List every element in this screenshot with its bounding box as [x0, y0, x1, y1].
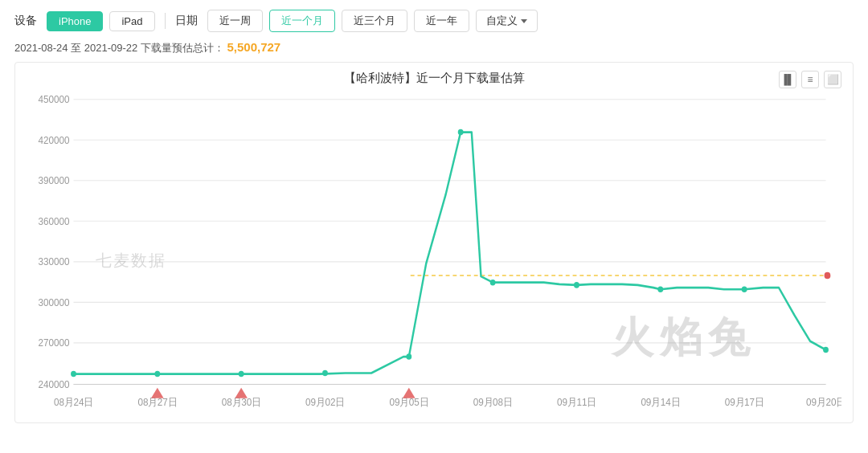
svg-point-30 [154, 371, 160, 378]
svg-point-32 [322, 370, 328, 377]
svg-point-37 [657, 286, 663, 292]
date-label: 日期 [175, 14, 198, 28]
svg-text:09月14日: 09月14日 [641, 397, 680, 409]
svg-text:420000: 420000 [39, 134, 70, 146]
svg-text:390000: 390000 [39, 175, 70, 187]
svg-point-35 [490, 280, 496, 286]
svg-text:08月30日: 08月30日 [222, 397, 261, 409]
stats-range-text: 2021-08-24 至 2021-09-22 下载量预估总计： [14, 42, 224, 54]
year-button[interactable]: 近一年 [414, 10, 469, 32]
custom-button[interactable]: 自定义 [476, 10, 538, 32]
svg-text:09月08日: 09月08日 [473, 397, 513, 409]
device-label: 设备 [14, 14, 37, 28]
filter-row: 设备 iPhone iPad 日期 近一周 近一个月 近三个月 近一年 自定义 [14, 10, 854, 32]
month-button[interactable]: 近一个月 [269, 10, 335, 32]
svg-text:270000: 270000 [39, 337, 70, 349]
image-icon[interactable]: ⬜ [824, 71, 841, 88]
chart-controls: ▐▌ ≡ ⬜ [779, 71, 841, 88]
stats-total: 5,500,727 [227, 40, 280, 54]
bar-chart-icon[interactable]: ▐▌ [779, 71, 796, 88]
svg-point-29 [71, 371, 76, 378]
iphone-button[interactable]: iPhone [47, 11, 103, 31]
svg-point-39 [823, 347, 829, 353]
svg-point-38 [742, 286, 747, 292]
svg-text:450000: 450000 [39, 94, 70, 106]
chart-area: 【哈利波特】近一个月下载量估算 ▐▌ ≡ ⬜ 七麦数据 火焰兔 [14, 62, 854, 423]
svg-point-33 [406, 353, 411, 360]
svg-point-34 [458, 129, 464, 136]
ipad-button[interactable]: iPad [109, 11, 154, 31]
svg-text:09月02日: 09月02日 [305, 397, 345, 409]
svg-text:330000: 330000 [39, 256, 70, 268]
svg-marker-41 [235, 388, 248, 398]
list-icon[interactable]: ≡ [801, 71, 819, 88]
chevron-down-icon [521, 19, 527, 23]
svg-marker-40 [151, 388, 164, 398]
svg-text:360000: 360000 [39, 215, 70, 227]
svg-text:300000: 300000 [39, 296, 70, 308]
week-button[interactable]: 近一周 [207, 10, 263, 32]
svg-point-28 [825, 272, 831, 280]
svg-rect-0 [74, 100, 826, 385]
divider [165, 13, 166, 29]
svg-text:09月17日: 09月17日 [725, 397, 764, 409]
line-chart: 450000 420000 390000 360000 330000 30000… [27, 91, 841, 436]
svg-marker-42 [403, 388, 416, 398]
svg-point-36 [574, 282, 579, 288]
svg-text:240000: 240000 [39, 378, 70, 390]
svg-text:08月27日: 08月27日 [137, 397, 177, 409]
svg-text:09月11日: 09月11日 [557, 397, 596, 409]
svg-text:08月24日: 08月24日 [54, 397, 93, 409]
stats-row: 2021-08-24 至 2021-09-22 下载量预估总计： 5,500,7… [14, 40, 854, 55]
svg-point-31 [239, 371, 244, 378]
svg-text:09月05日: 09月05日 [389, 397, 428, 409]
svg-text:09月20日: 09月20日 [806, 397, 841, 409]
3months-button[interactable]: 近三个月 [342, 10, 407, 32]
chart-title: 【哈利波特】近一个月下载量估算 [27, 71, 841, 86]
